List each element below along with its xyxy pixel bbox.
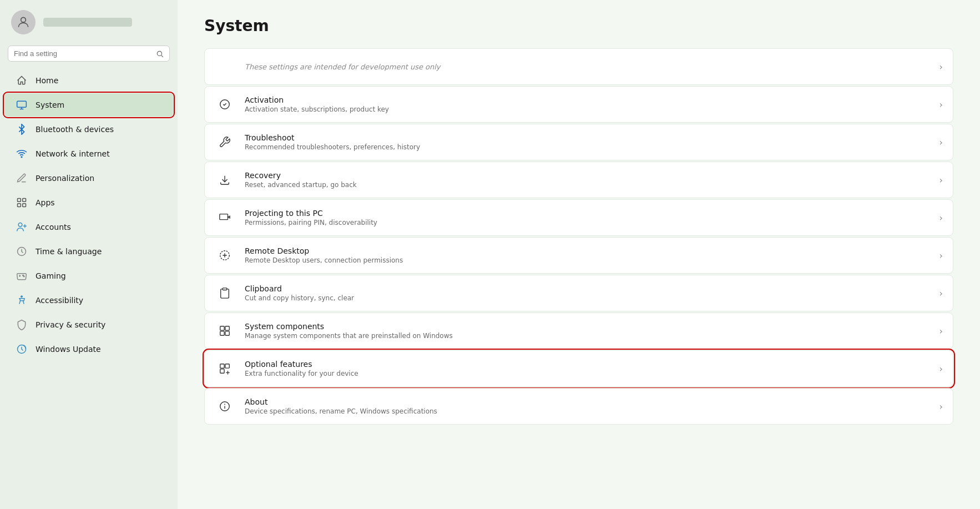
system-components-title: System components: [245, 322, 930, 331]
svg-rect-3: [17, 101, 27, 107]
svg-line-2: [161, 55, 163, 57]
svg-point-13: [21, 296, 23, 298]
sidebar-item-privacy[interactable]: Privacy & security: [4, 313, 173, 336]
chevron-right-projecting: ›: [939, 213, 943, 223]
svg-rect-24: [225, 364, 229, 368]
privacy-icon: [16, 319, 28, 331]
setting-row-optional-features[interactable]: Optional features Extra functionality fo…: [204, 350, 953, 387]
svg-point-4: [21, 157, 22, 158]
sidebar-label-personalization: Personalization: [36, 174, 94, 183]
sidebar-item-network[interactable]: Network & internet: [4, 142, 173, 165]
sidebar-item-system[interactable]: System: [4, 93, 173, 117]
sidebar-label-windows-update: Windows Update: [36, 345, 101, 354]
setting-row-recovery[interactable]: Recovery Reset, advanced startup, go bac…: [204, 162, 953, 198]
sidebar-label-accounts: Accounts: [36, 223, 71, 231]
gaming-icon: [16, 270, 28, 282]
apps-icon: [16, 196, 28, 209]
setting-row-clipboard[interactable]: Clipboard Cut and copy history, sync, cl…: [204, 275, 953, 311]
remote-desktop-title: Remote Desktop: [245, 246, 930, 255]
svg-point-9: [18, 223, 22, 227]
projecting-title: Projecting to this PC: [245, 209, 930, 218]
bluetooth-icon: [16, 123, 28, 135]
svg-rect-7: [18, 204, 21, 207]
sidebar-item-apps[interactable]: Apps: [4, 191, 173, 214]
sidebar-item-bluetooth[interactable]: Bluetooth & devices: [4, 118, 173, 141]
svg-rect-21: [220, 331, 224, 335]
activation-title: Activation: [245, 95, 930, 104]
chevron-right-recovery: ›: [939, 175, 943, 185]
svg-rect-18: [223, 288, 226, 290]
network-icon: [16, 148, 28, 160]
personalization-icon: [16, 172, 28, 184]
search-input[interactable]: [14, 49, 151, 58]
dev-settings-title: These settings are intended for developm…: [245, 63, 930, 71]
about-desc: Device specifications, rename PC, Window…: [245, 407, 930, 415]
system-icon: [16, 99, 28, 111]
chevron-right-troubleshoot: ›: [939, 137, 943, 148]
optional-features-icon: [215, 359, 235, 379]
chevron-right-activation: ›: [939, 99, 943, 110]
sidebar: Home System Bluetooth & devices: [0, 0, 178, 509]
accessibility-icon: [16, 294, 28, 306]
remote-desktop-icon: [215, 245, 235, 265]
activation-icon: [215, 94, 235, 114]
optional-features-desc: Extra functionality for your device: [245, 370, 930, 377]
svg-rect-19: [220, 326, 224, 330]
dev-settings-row[interactable]: These settings are intended for developm…: [204, 48, 953, 85]
svg-rect-16: [220, 214, 228, 220]
activation-desc: Activation state, subscriptions, product…: [245, 105, 930, 113]
search-box[interactable]: [8, 46, 170, 62]
home-icon: [16, 74, 28, 87]
svg-rect-8: [23, 204, 26, 207]
sidebar-item-time[interactable]: Time & language: [4, 240, 173, 263]
sidebar-item-home[interactable]: Home: [4, 69, 173, 92]
setting-row-system-components[interactable]: System components Manage system componen…: [204, 313, 953, 349]
sidebar-label-time: Time & language: [36, 247, 102, 256]
sidebar-label-network: Network & internet: [36, 149, 110, 158]
update-icon: [16, 343, 28, 355]
sidebar-item-windows-update[interactable]: Windows Update: [4, 337, 173, 361]
sidebar-item-accessibility[interactable]: Accessibility: [4, 289, 173, 312]
recovery-icon: [215, 170, 235, 190]
sidebar-item-personalization[interactable]: Personalization: [4, 167, 173, 190]
svg-point-1: [157, 51, 161, 56]
setting-row-about[interactable]: About Device specifications, rename PC, …: [204, 388, 953, 425]
sidebar-label-bluetooth: Bluetooth & devices: [36, 125, 114, 134]
optional-features-title: Optional features: [245, 360, 930, 369]
profile-name-bar: [43, 18, 132, 27]
svg-rect-6: [23, 199, 26, 202]
avatar: [11, 10, 36, 34]
svg-rect-23: [220, 364, 224, 368]
system-components-icon: [215, 321, 235, 341]
setting-row-projecting[interactable]: Projecting to this PC Permissions, pairi…: [204, 199, 953, 236]
accounts-icon: [16, 221, 28, 233]
projecting-icon: [215, 208, 235, 228]
sidebar-item-gaming[interactable]: Gaming: [4, 264, 173, 288]
sidebar-label-system: System: [36, 100, 64, 109]
sidebar-item-accounts[interactable]: Accounts: [4, 215, 173, 239]
about-icon: [215, 396, 235, 416]
search-icon: [156, 50, 164, 58]
svg-rect-5: [18, 199, 21, 202]
dev-settings-icon: [215, 57, 235, 77]
nav-items: Home System Bluetooth & devices: [0, 67, 178, 362]
svg-point-0: [21, 17, 26, 22]
troubleshoot-title: Troubleshoot: [245, 133, 930, 142]
settings-list: These settings are intended for developm…: [204, 48, 953, 425]
remote-desktop-desc: Remote Desktop users, connection permiss…: [245, 256, 930, 264]
clipboard-title: Clipboard: [245, 284, 930, 293]
projecting-desc: Permissions, pairing PIN, discoverabilit…: [245, 219, 930, 226]
sidebar-label-gaming: Gaming: [36, 271, 66, 280]
setting-row-remote-desktop[interactable]: Remote Desktop Remote Desktop users, con…: [204, 237, 953, 274]
chevron-right-clipboard: ›: [939, 288, 943, 299]
svg-rect-22: [225, 331, 229, 335]
sidebar-label-home: Home: [36, 76, 58, 85]
setting-row-activation[interactable]: Activation Activation state, subscriptio…: [204, 86, 953, 123]
sidebar-label-privacy: Privacy & security: [36, 320, 105, 329]
system-components-desc: Manage system components that are preins…: [245, 332, 930, 340]
sidebar-label-apps: Apps: [36, 198, 55, 207]
about-title: About: [245, 397, 930, 406]
setting-row-troubleshoot[interactable]: Troubleshoot Recommended troubleshooters…: [204, 124, 953, 160]
svg-point-12: [23, 276, 24, 277]
chevron-right-icon: ›: [939, 62, 943, 72]
